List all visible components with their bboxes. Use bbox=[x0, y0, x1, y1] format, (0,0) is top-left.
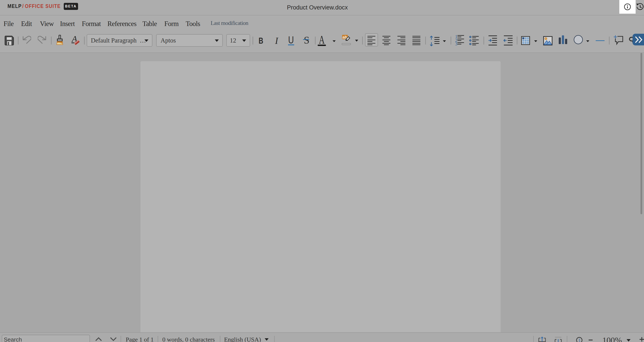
svg-text:U: U bbox=[288, 36, 294, 46]
svg-text:A: A bbox=[319, 36, 325, 46]
svg-text:3: 3 bbox=[455, 41, 458, 46]
svg-text:1: 1 bbox=[578, 337, 581, 342]
svg-text:S: S bbox=[304, 37, 310, 46]
